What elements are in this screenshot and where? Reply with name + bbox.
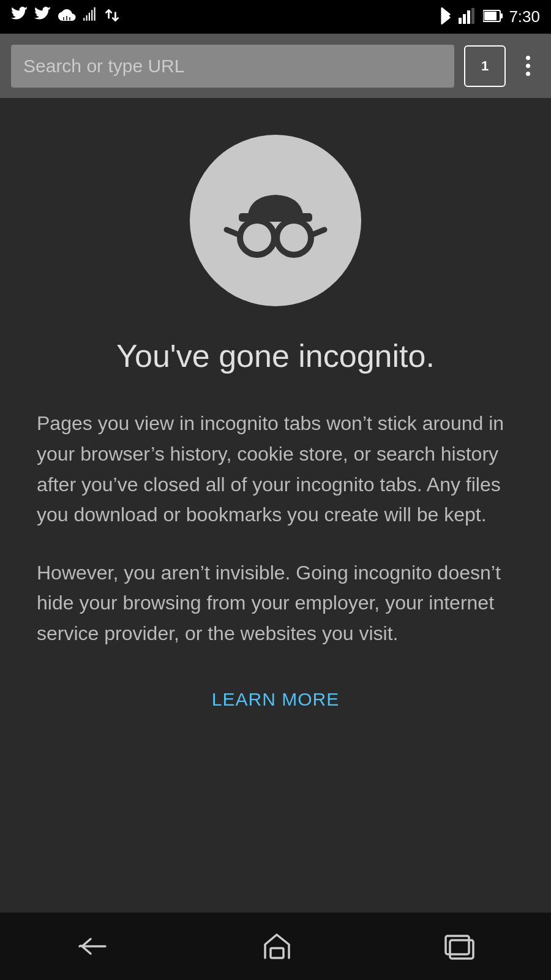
nav-bar [0, 913, 551, 980]
signal-bars-icon [459, 8, 477, 26]
recents-icon [443, 933, 476, 960]
incognito-title: You've gone incognito. [116, 337, 435, 375]
twitter-icon-2 [34, 7, 51, 28]
bluetooth-icon [439, 7, 452, 27]
status-time: 7:30 [509, 7, 540, 26]
svg-rect-3 [459, 18, 462, 24]
svg-rect-4 [463, 14, 466, 24]
dot-2 [526, 64, 530, 68]
status-bar-right: 7:30 [439, 7, 540, 27]
back-button[interactable] [56, 928, 130, 965]
battery-icon [483, 9, 503, 25]
main-content: You've gone incognito. Pages you view in… [0, 98, 551, 913]
svg-rect-9 [484, 12, 497, 20]
svg-rect-8 [500, 13, 503, 18]
svg-rect-16 [271, 948, 283, 958]
signal-icon [82, 7, 98, 27]
back-icon [75, 934, 111, 959]
incognito-svg [214, 165, 337, 276]
search-input[interactable] [11, 45, 454, 88]
incognito-description-1: Pages you view in incognito tabs won’t s… [37, 409, 514, 530]
incognito-icon [190, 135, 361, 306]
home-button[interactable] [242, 925, 312, 968]
tab-count-button[interactable]: 1 [464, 45, 506, 87]
svg-rect-6 [471, 8, 474, 24]
svg-point-11 [240, 221, 274, 255]
cloud-icon [58, 9, 76, 26]
svg-line-14 [227, 230, 237, 234]
dot-3 [526, 72, 530, 76]
incognito-description-2: However, you aren’t invisible. Going inc… [37, 558, 514, 649]
address-bar: 1 [0, 34, 551, 98]
status-bar-left [11, 7, 120, 28]
data-transfer-icon [104, 7, 120, 27]
twitter-icon-1 [11, 7, 28, 28]
svg-point-12 [277, 221, 311, 255]
dot-1 [526, 56, 530, 60]
learn-more-link[interactable]: LEARN MORE [212, 689, 339, 710]
tab-count-label: 1 [481, 58, 489, 74]
status-bar: 7:30 [0, 0, 551, 34]
home-icon [260, 931, 294, 962]
svg-rect-5 [467, 10, 470, 24]
svg-line-15 [314, 230, 324, 234]
recents-button[interactable] [424, 927, 495, 967]
more-options-button[interactable] [515, 45, 540, 87]
